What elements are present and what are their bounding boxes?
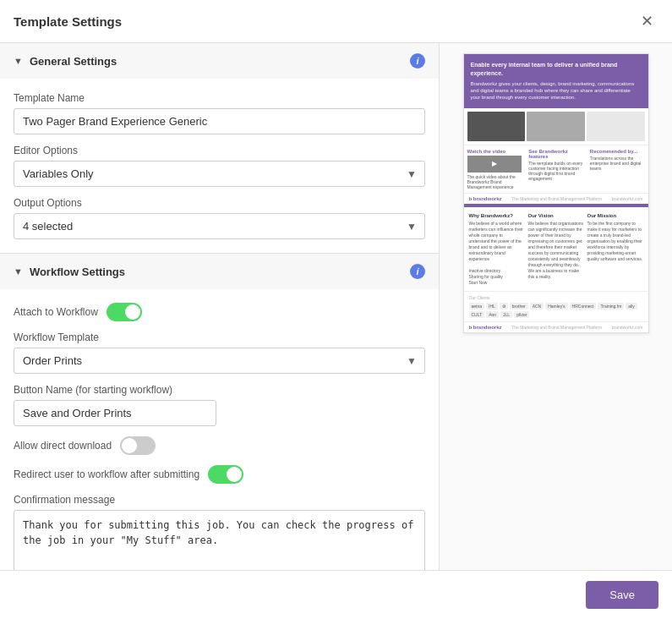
client-logo-training: Training.fm bbox=[598, 303, 624, 310]
client-logo-acn: ACN bbox=[530, 303, 544, 310]
preview-clients: Our Clients aetna IHL ⚙ brother ACN Haml… bbox=[464, 291, 648, 321]
preview-video-thumb: ▶ bbox=[467, 156, 522, 173]
button-name-field: Button Name (for starting workflow) bbox=[14, 384, 425, 426]
preview-brand-logo-2: b brandworkz bbox=[469, 325, 502, 330]
preview-img-light bbox=[587, 112, 645, 141]
general-settings-body: Template Name Editor Options Variables O… bbox=[0, 79, 439, 253]
modal-body: ▼ General Settings i Template Name Edito… bbox=[0, 43, 672, 570]
left-panel: ▼ General Settings i Template Name Edito… bbox=[0, 43, 440, 570]
modal-footer: Save bbox=[0, 570, 672, 619]
redirect-label: Redirect user to workflow after submitti… bbox=[14, 468, 199, 480]
general-settings-chevron: ▼ bbox=[14, 56, 23, 66]
right-panel: Enable every internal team to deliver a … bbox=[440, 43, 672, 570]
modal-header: Template Settings ✕ bbox=[0, 0, 672, 43]
preview-col3-text: To be the first company to make it easy … bbox=[587, 221, 643, 262]
preview-col2-title: Our Vision bbox=[528, 212, 584, 219]
confirmation-message-field: Confirmation message Thank you for submi… bbox=[14, 494, 425, 570]
redirect-row: Redirect user to workflow after submitti… bbox=[14, 465, 425, 484]
preview-col-3: Our Mission To be the first company to m… bbox=[587, 212, 643, 286]
preview-features-label: See Brandworkz features bbox=[528, 149, 583, 159]
preview-col1-text: We believe of a world where marketers ca… bbox=[469, 221, 525, 262]
output-options-select-wrapper: 1 selected 2 selected 3 selected 4 selec… bbox=[14, 213, 425, 239]
template-name-input[interactable] bbox=[14, 108, 425, 134]
preview-brand-url: brandworkz.com bbox=[612, 196, 643, 201]
preview-brand-tagline-2: The Marketing and Brand Management Platf… bbox=[511, 325, 602, 330]
client-logo-jll: JLL bbox=[500, 311, 512, 318]
workflow-settings-body: Attach to Workflow Workflow Template Ord… bbox=[0, 289, 439, 570]
client-logo-aetna: aetna bbox=[469, 303, 485, 310]
preview-recommended-label: Recommended by... bbox=[590, 149, 645, 154]
preview-brand-footer-2: b brandworkz The Marketing and Brand Man… bbox=[464, 321, 648, 332]
preview-section2-cols: Why Brandworkz? We believe of a world wh… bbox=[469, 212, 643, 286]
workflow-template-label: Workflow Template bbox=[14, 331, 425, 343]
editor-options-select-wrapper: Variables Only Full Editor Read Only ▼ bbox=[14, 161, 425, 187]
preview-video-col: Watch the video ▶ The quick video about … bbox=[464, 145, 526, 193]
general-settings-info-icon[interactable]: i bbox=[410, 53, 425, 68]
workflow-template-select[interactable]: Order Prints Digital Download Email Send bbox=[14, 348, 425, 374]
client-logo-hrconnect: HRConnect bbox=[570, 303, 597, 310]
preview-col3-title: Our Mission bbox=[587, 212, 643, 219]
preview-images-row bbox=[464, 108, 648, 145]
attach-workflow-slider bbox=[107, 303, 142, 321]
preview-section2: Why Brandworkz? We believe of a world wh… bbox=[464, 204, 648, 291]
redirect-toggle[interactable] bbox=[208, 465, 243, 484]
redirect-slider bbox=[208, 465, 243, 484]
direct-download-label: Allow direct download bbox=[14, 440, 112, 452]
preview-brand-tagline: The Marketing and Brand Management Platf… bbox=[511, 196, 602, 201]
direct-download-toggle[interactable] bbox=[120, 436, 156, 455]
workflow-settings-header[interactable]: ▼ Workflow Settings i bbox=[0, 254, 439, 289]
client-logo-ally: ally bbox=[626, 303, 637, 310]
client-logo-brother: brother bbox=[510, 303, 528, 310]
editor-options-select[interactable]: Variables Only Full Editor Read Only bbox=[14, 161, 425, 187]
preview-recommended-col: Recommended by... Translations across th… bbox=[587, 145, 648, 193]
attach-workflow-row: Attach to Workflow bbox=[14, 303, 425, 321]
workflow-template-field: Workflow Template Order Prints Digital D… bbox=[14, 331, 425, 374]
preview-container: Enable every internal team to deliver a … bbox=[463, 53, 649, 333]
workflow-settings-chevron: ▼ bbox=[14, 266, 23, 277]
preview-col-1: Why Brandworkz? We believe of a world wh… bbox=[469, 212, 525, 286]
general-settings-header[interactable]: ▼ General Settings i bbox=[0, 43, 439, 79]
preview-brand-footer: b brandworkz The Marketing and Brand Man… bbox=[464, 193, 648, 204]
workflow-settings-title: Workflow Settings bbox=[30, 266, 125, 278]
output-options-label: Output Options bbox=[14, 197, 425, 209]
direct-download-row: Allow direct download bbox=[14, 436, 425, 455]
client-logo-pfizer: pfizer bbox=[514, 311, 529, 318]
preview-brand-logo: b brandworkz bbox=[469, 196, 502, 201]
output-options-field: Output Options 1 selected 2 selected 3 s… bbox=[14, 197, 425, 239]
editor-options-label: Editor Options bbox=[14, 145, 425, 156]
close-button[interactable]: ✕ bbox=[636, 12, 658, 30]
preview-col1-title: Why Brandworkz? bbox=[469, 212, 525, 219]
client-logo-ihl: IHL bbox=[486, 303, 498, 310]
attach-workflow-toggle[interactable] bbox=[107, 303, 142, 321]
preview-header: Enable every internal team to deliver a … bbox=[464, 54, 648, 108]
preview-col-2: Our Vision We believe that organisations… bbox=[528, 212, 584, 286]
confirmation-message-textarea[interactable]: Thank you for submitting this job. You c… bbox=[14, 510, 425, 570]
preview-features-col: See Brandworkz features The template bui… bbox=[525, 145, 587, 193]
preview-recommended-caption: Translations across the enterprise brand… bbox=[590, 156, 645, 171]
preview-features-caption: The template builds on every customer fa… bbox=[528, 161, 583, 181]
output-options-select[interactable]: 1 selected 2 selected 3 selected 4 selec… bbox=[14, 213, 425, 239]
preview-video-label: Watch the video bbox=[467, 149, 522, 154]
general-settings-title: General Settings bbox=[30, 55, 117, 68]
preview-video-row: Watch the video ▶ The quick video about … bbox=[464, 145, 648, 193]
workflow-settings-info-icon[interactable]: i bbox=[410, 264, 425, 279]
preview-col1-footer: Inactive directorySharing for qualitySta… bbox=[469, 268, 525, 286]
preview-img-dark bbox=[467, 112, 526, 141]
preview-video-caption: The quick video about the Brandworkz Bra… bbox=[467, 174, 522, 189]
client-logo-cult: CULT bbox=[469, 311, 485, 318]
general-settings-section: ▼ General Settings i Template Name Edito… bbox=[0, 43, 439, 254]
template-name-label: Template Name bbox=[14, 92, 425, 104]
button-name-label: Button Name (for starting workflow) bbox=[14, 384, 425, 396]
preview-clients-title: Our Clients bbox=[469, 295, 643, 300]
workflow-template-select-wrapper: Order Prints Digital Download Email Send… bbox=[14, 348, 425, 374]
client-logo-gear: ⚙ bbox=[500, 303, 508, 310]
preview-img-med bbox=[527, 112, 585, 141]
confirmation-message-label: Confirmation message bbox=[14, 494, 425, 506]
preview-clients-logos: aetna IHL ⚙ brother ACN Hamley's HRConne… bbox=[469, 303, 643, 318]
modal-title: Template Settings bbox=[14, 14, 122, 29]
save-button[interactable]: Save bbox=[586, 581, 658, 609]
button-name-input[interactable] bbox=[14, 400, 216, 426]
direct-download-slider bbox=[120, 436, 156, 455]
workflow-settings-section: ▼ Workflow Settings i Attach to Workflow bbox=[0, 254, 439, 570]
preview-brand-url-2: brandworkz.com bbox=[612, 325, 643, 330]
